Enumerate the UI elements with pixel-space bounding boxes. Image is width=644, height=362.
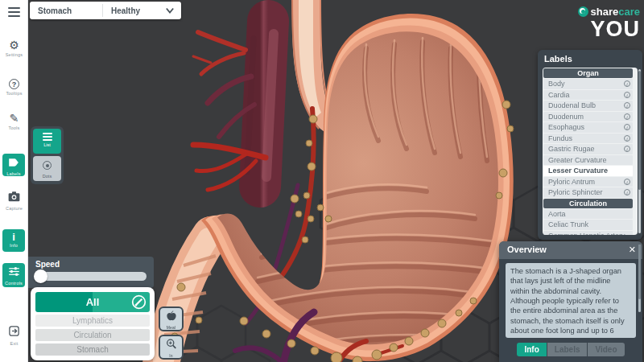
sidebar-item-label: Settings [0, 52, 28, 57]
label-row-fundus[interactable]: Fundusi [543, 134, 633, 144]
gear-icon: ⚙ [0, 39, 28, 51]
tag-icon [8, 158, 19, 167]
system-all-button[interactable]: All [35, 292, 150, 312]
labels-scrollbar-thumb[interactable] [638, 71, 641, 190]
sharecare-mark-icon [578, 6, 588, 17]
meal-label: Meal [160, 325, 182, 330]
list-view-button[interactable]: List [33, 129, 61, 154]
list-view-label: List [33, 142, 61, 147]
label-row-lesser-curvature-selected[interactable]: Lesser Curvature [543, 166, 633, 176]
label-row-pyloric-antrum[interactable]: Pyloric Antrumi [543, 177, 633, 187]
label-row-body[interactable]: Bodyi [543, 79, 633, 89]
label-row-common-hepatic-artery[interactable]: Common Hepatic Artery [543, 231, 633, 236]
sidebar-item-labels[interactable]: Labels [2, 154, 25, 176]
systems-panel: All Lymphatics Circulation Stomach [31, 287, 155, 360]
sidebar-item-capture[interactable]: Capture [0, 191, 28, 211]
system-option-lymphatics[interactable]: Lymphatics [35, 315, 150, 327]
question-icon: ? [9, 79, 19, 89]
labels-panel-title: Labels [544, 54, 572, 64]
close-icon[interactable]: ✕ [629, 245, 636, 255]
model-selector-bar: Stomach Healthy [30, 2, 181, 19]
overview-text[interactable]: The stomach is a J-shaped organ that lay… [506, 263, 636, 338]
info-circle-icon[interactable]: i [624, 189, 630, 195]
magnifier-plus-icon [165, 338, 178, 350]
dots-view-label: Dots [33, 174, 61, 179]
sidebar-item-info[interactable]: i Info [2, 229, 25, 252]
overview-title: Overview [507, 245, 547, 254]
info-circle-icon[interactable]: i [624, 80, 630, 87]
zoom-in-button[interactable]: In [159, 335, 184, 360]
section-header-organ: Organ [543, 68, 633, 78]
label-row-cardia[interactable]: Cardiai [543, 90, 633, 101]
camera-icon [8, 191, 20, 202]
info-circle-icon[interactable]: i [624, 135, 630, 142]
info-icon: i [2, 232, 25, 242]
sidebar-item-tools[interactable]: ✎ Tools [0, 112, 28, 130]
system-option-stomach[interactable]: Stomach [35, 343, 150, 356]
overview-header: Overview ✕ [499, 241, 642, 259]
list-icon [33, 133, 61, 141]
zoom-in-label: In [160, 353, 182, 358]
pencil-icon: ✎ [0, 112, 28, 125]
logo-share: share [591, 6, 619, 18]
section-header-circulation: Circulation [543, 199, 633, 208]
label-row-gastric-rugae[interactable]: Gastric Rugaei [543, 144, 633, 154]
overview-tabs: Info Labels Video [499, 343, 642, 356]
info-circle-icon[interactable]: i [624, 113, 630, 120]
logo-care: care [618, 6, 640, 18]
tab-labels[interactable]: Labels [547, 343, 588, 356]
label-row-aorta[interactable]: Aorta [543, 209, 633, 220]
exit-icon [8, 325, 20, 337]
sidebar-item-label: Tooltips [0, 91, 28, 96]
speed-panel: Speed [28, 257, 154, 288]
info-circle-icon[interactable]: i [624, 146, 630, 152]
label-row-greater-curvature[interactable]: Greater Curvature [543, 155, 633, 166]
menu-icon[interactable] [0, 5, 28, 19]
app-window: ⚙ Settings ? Tooltips ✎ Tools Labels Cap… [0, 0, 644, 362]
info-circle-icon[interactable]: i [624, 102, 630, 109]
sidebar-item-label: Controls [2, 281, 25, 286]
sidebar-item-controls[interactable]: Controls [2, 263, 25, 287]
chevron-down-icon[interactable] [165, 6, 175, 14]
speed-slider-knob[interactable] [34, 269, 47, 283]
dot-target-icon [43, 161, 52, 170]
sidebar-item-tooltips[interactable]: ? Tooltips [0, 76, 28, 96]
system-option-circulation[interactable]: Circulation [35, 329, 150, 341]
tab-video[interactable]: Video [588, 343, 624, 356]
labels-panel: Labels Organ Bodyi Cardiai Duodenal Bulb… [538, 50, 642, 240]
label-row-duodenal-bulb[interactable]: Duodenal Bulbi [543, 101, 633, 111]
label-row-esophagus[interactable]: Esophagusi [543, 122, 633, 133]
overview-scrollbar[interactable] [638, 245, 641, 312]
label-row-celiac-trunk[interactable]: Celiac Trunk [543, 220, 633, 230]
labels-scrollbar[interactable] [638, 69, 641, 233]
sharecare-logo: sharecare YOU [578, 4, 640, 39]
sidebar-item-label: Capture [0, 206, 28, 211]
overview-panel: Overview ✕ The stomach is a J-shaped org… [499, 241, 642, 362]
condition-dropdown[interactable]: Healthy [103, 6, 165, 15]
label-row-duodenum[interactable]: Duodenumi [543, 112, 633, 122]
speed-label: Speed [35, 260, 60, 269]
logo-you: YOU [578, 19, 640, 39]
tab-info[interactable]: Info [517, 343, 546, 356]
label-row-pyloric-sphincter[interactable]: Pyloric Sphincteri [543, 187, 633, 198]
sidebar-item-label: Info [2, 243, 25, 248]
info-circle-icon[interactable]: i [624, 92, 630, 98]
overview-scrollbar-thumb[interactable] [638, 245, 641, 299]
apple-icon [165, 310, 178, 322]
model-dropdown[interactable]: Stomach [30, 6, 102, 15]
sliders-icon [8, 266, 20, 277]
system-all-label: All [86, 296, 100, 308]
sidebar-item-exit[interactable]: Exit [0, 325, 28, 346]
left-toolbar: ⚙ Settings ? Tooltips ✎ Tools Labels Cap… [0, 0, 28, 362]
speed-slider[interactable] [35, 272, 147, 281]
info-circle-icon[interactable]: i [624, 124, 630, 130]
meal-button[interactable]: Meal [159, 306, 184, 331]
sidebar-item-settings[interactable]: ⚙ Settings [0, 39, 28, 57]
sidebar-item-label: Labels [2, 171, 25, 176]
sidebar-item-label: Exit [0, 341, 28, 346]
labels-list: Organ Bodyi Cardiai Duodenal Bulbi Duode… [543, 68, 638, 235]
dots-view-button[interactable]: Dots [33, 156, 61, 181]
sidebar-item-label: Tools [0, 125, 28, 130]
info-circle-icon[interactable]: i [624, 179, 630, 185]
edit-pencil-icon[interactable] [131, 294, 147, 310]
